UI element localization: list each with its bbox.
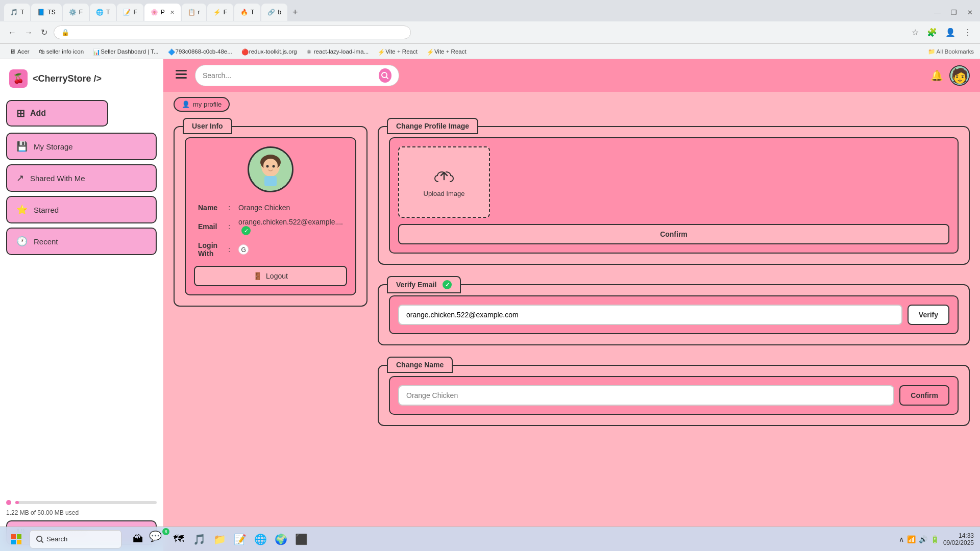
user-avatar[interactable]: 🧑 bbox=[949, 65, 970, 86]
bookmark-lazy[interactable]: ⚛ react-lazy-load-ima... bbox=[303, 47, 372, 56]
tab-2-title: TS bbox=[47, 9, 55, 16]
change-name-input[interactable] bbox=[398, 385, 894, 406]
bookmark-seller-icon[interactable]: 🛍 seller info icon bbox=[35, 47, 88, 56]
bookmark-star-icon[interactable]: ☆ bbox=[910, 26, 921, 39]
email-value: orange.chicken.522@example.... ✓ bbox=[234, 215, 347, 238]
tab-5[interactable]: 📝 F bbox=[117, 4, 143, 21]
change-name-confirm-label: Confirm bbox=[911, 391, 938, 399]
header-right: 🔔 🧑 bbox=[930, 65, 970, 86]
taskbar-maps-icon[interactable]: 🗺 bbox=[169, 530, 188, 548]
verify-email-input[interactable] bbox=[398, 305, 902, 325]
taskbar-datetime[interactable]: 14:33 09/02/2025 bbox=[943, 532, 974, 546]
tab-6-close-icon[interactable]: ✕ bbox=[170, 9, 175, 16]
maximize-button[interactable]: ❐ bbox=[948, 8, 960, 17]
bookmark-vite1[interactable]: ⚡ Vite + React bbox=[374, 47, 421, 56]
svg-rect-2 bbox=[176, 77, 187, 79]
address-bar[interactable]: 🔒 localhost:5173/storage/profile bbox=[54, 26, 411, 39]
taskbar-chromeb-icon[interactable]: 🌍 bbox=[272, 530, 290, 548]
start-button[interactable] bbox=[6, 529, 27, 549]
storage-bar-fill bbox=[15, 501, 19, 504]
tab-10-favicon: 🔗 bbox=[267, 9, 275, 16]
tab-10[interactable]: 🔗 b bbox=[261, 4, 287, 21]
verify-label: Verify bbox=[919, 311, 938, 319]
taskbar-volume-icon[interactable]: 🔊 bbox=[919, 535, 927, 543]
confirm-image-label: Confirm bbox=[660, 230, 688, 238]
logout-label: Logout bbox=[266, 272, 288, 280]
taskbar-tiktok-icon[interactable]: 🎵 bbox=[190, 530, 208, 548]
taskbar-chevron-icon[interactable]: ∧ bbox=[899, 535, 904, 543]
tab-9[interactable]: 🔥 T bbox=[234, 4, 260, 21]
bookmark-793c[interactable]: 🔷 793c0868-c0cb-48e... bbox=[164, 47, 236, 56]
tab-3[interactable]: ⚙️ F bbox=[63, 4, 89, 21]
bookmark-redux[interactable]: 🔴 redux-toolkit.js.org bbox=[238, 47, 301, 56]
tab-5-favicon: 📝 bbox=[123, 9, 130, 16]
tab-8[interactable]: ⚡ F bbox=[207, 4, 233, 21]
upload-text: Upload Image bbox=[424, 190, 465, 197]
header-search[interactable] bbox=[195, 65, 399, 86]
bookmark-vite2[interactable]: ⚡ Vite + React bbox=[423, 47, 470, 56]
logout-button[interactable]: 🚪 Logout bbox=[194, 266, 347, 286]
taskbar-vscode-icon[interactable]: 📝 bbox=[231, 530, 249, 548]
tab-7[interactable]: 📋 r bbox=[182, 4, 206, 21]
verify-button[interactable]: Verify bbox=[908, 305, 949, 325]
taskbar-chrome-icon[interactable]: 🌐 bbox=[251, 530, 270, 548]
tab-2[interactable]: 📘 TS bbox=[31, 4, 61, 21]
forward-button[interactable]: → bbox=[22, 26, 35, 39]
notification-button[interactable]: 🔔 bbox=[930, 69, 943, 82]
minimize-button[interactable]: — bbox=[931, 8, 944, 17]
taskbar-search-label: Search bbox=[46, 535, 67, 543]
svg-point-10 bbox=[273, 165, 275, 168]
add-button[interactable]: ⊞ Add bbox=[6, 100, 108, 127]
change-name-inner: Confirm bbox=[389, 376, 959, 415]
sidebar-item-recent[interactable]: 🕐 Recent bbox=[6, 228, 157, 255]
sidebar-item-my-storage[interactable]: 💾 My Storage bbox=[6, 133, 157, 160]
profile-icon[interactable]: 👤 bbox=[943, 26, 958, 39]
email-colon: : bbox=[224, 215, 234, 238]
tab-9-title: T bbox=[251, 9, 254, 16]
tab-4[interactable]: 🌐 T bbox=[90, 4, 116, 21]
taskbar-mountain-icon[interactable]: 🏔 bbox=[129, 530, 147, 548]
svg-rect-1 bbox=[176, 73, 187, 75]
tab-6-active[interactable]: 🌸 P ✕ bbox=[144, 4, 181, 21]
svg-rect-14 bbox=[11, 540, 16, 544]
confirm-image-button[interactable]: Confirm bbox=[398, 224, 949, 244]
extensions-icon[interactable]: 🧩 bbox=[925, 26, 939, 39]
table-row-name: Name : Orange Chicken bbox=[194, 201, 347, 215]
url-input[interactable]: localhost:5173/storage/profile bbox=[72, 29, 403, 36]
breadcrumb-bar: 👤 my profile bbox=[163, 92, 980, 117]
upload-zone[interactable]: Upload Image bbox=[398, 146, 490, 218]
sidebar-collapse-button[interactable] bbox=[174, 68, 189, 84]
taskbar-battery-icon[interactable]: 🔋 bbox=[930, 535, 939, 543]
sidebar-item-starred[interactable]: ⭐ Starred bbox=[6, 196, 157, 223]
tab-1-title: T bbox=[20, 9, 24, 16]
change-name-confirm-button[interactable]: Confirm bbox=[899, 385, 949, 406]
sidebar-item-shared[interactable]: ↗ Shared With Me bbox=[6, 164, 157, 192]
back-button[interactable]: ← bbox=[6, 26, 18, 39]
bookmark-acer[interactable]: 🖥 Acer bbox=[6, 47, 33, 56]
bookmark-vite1-label: Vite + React bbox=[385, 48, 418, 55]
new-tab-button[interactable]: + bbox=[288, 7, 302, 18]
all-bookmarks-button[interactable]: 📁 All Bookmarks bbox=[928, 48, 974, 55]
reload-button[interactable]: ↻ bbox=[39, 26, 50, 39]
bookmark-dashboard[interactable]: 📊 Seller Dashboard | T... bbox=[89, 47, 162, 56]
name-value: Orange Chicken bbox=[234, 201, 347, 215]
sidebar-nav: 💾 My Storage ↗ Shared With Me ⭐ Starred … bbox=[6, 133, 157, 255]
svg-point-9 bbox=[266, 165, 269, 168]
menu-icon[interactable]: ⋮ bbox=[962, 26, 974, 39]
close-window-button[interactable]: ✕ bbox=[964, 8, 976, 17]
star-icon: ⭐ bbox=[16, 204, 28, 215]
breadcrumb[interactable]: 👤 my profile bbox=[174, 97, 230, 112]
search-button[interactable] bbox=[379, 68, 391, 83]
tab-6-favicon: 🌸 bbox=[151, 9, 158, 16]
svg-rect-12 bbox=[11, 534, 16, 539]
taskbar-terminal-icon[interactable]: ⬛ bbox=[292, 530, 310, 548]
search-input[interactable] bbox=[203, 71, 375, 80]
taskbar-search[interactable]: Search bbox=[30, 530, 121, 548]
user-info-card: User Info bbox=[174, 126, 368, 307]
tab-1[interactable]: 🎵 T bbox=[4, 4, 30, 21]
taskbar-whatsapp-icon[interactable]: 💬 8 bbox=[149, 530, 167, 548]
tab-bar: 🎵 T 📘 TS ⚙️ F 🌐 T 📝 F 🌸 P ✕ 📋 r ⚡ bbox=[0, 0, 980, 21]
taskbar-wifi-icon[interactable]: 📶 bbox=[907, 535, 916, 543]
profile-avatar-section bbox=[194, 146, 347, 192]
taskbar-files-icon[interactable]: 📁 bbox=[210, 530, 229, 548]
